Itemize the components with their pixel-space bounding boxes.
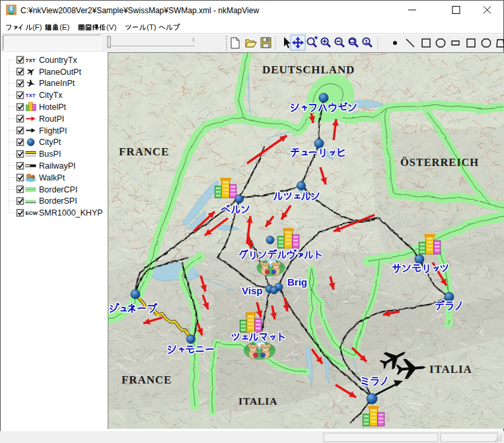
- svg-text:(V): (V): [106, 23, 117, 31]
- svg-text:PlaneOutPt: PlaneOutPt: [39, 67, 81, 77]
- svg-text:(F): (F): [32, 23, 42, 31]
- svg-text:BusPI: BusPI: [39, 149, 61, 159]
- svg-text:WalkPt: WalkPt: [39, 173, 65, 182]
- svg-text:(E): (E): [59, 23, 70, 31]
- svg-text:1: 1: [365, 38, 368, 45]
- svg-text:ITALIA: ITALIA: [429, 363, 472, 376]
- svg-text:C:¥nkView2008Ver2¥Sample¥Swiss: C:¥nkView2008Ver2¥Sample¥SwissMap¥SWMap.…: [20, 6, 259, 15]
- svg-text:CityTx: CityTx: [39, 91, 63, 100]
- svg-text:TXT: TXT: [26, 93, 36, 99]
- svg-text:DEUTSCHLAND: DEUTSCHLAND: [262, 63, 355, 76]
- svg-text:FRANCE: FRANCE: [119, 145, 169, 158]
- svg-text:Visp: Visp: [242, 285, 262, 296]
- svg-text:Brig: Brig: [287, 276, 307, 288]
- svg-text:SMR1000_KHYP: SMR1000_KHYP: [39, 208, 103, 218]
- svg-text:RoutPI: RoutPI: [39, 114, 64, 124]
- svg-text:CountryTx: CountryTx: [39, 56, 77, 65]
- svg-text:ITALIA: ITALIA: [238, 395, 277, 407]
- svg-text:RailwayPI: RailwayPI: [39, 161, 76, 171]
- svg-text:BorderCPI: BorderCPI: [39, 185, 77, 194]
- svg-text:(T): (T): [147, 23, 157, 31]
- svg-text:TXT: TXT: [26, 58, 36, 63]
- svg-text:FlightPI: FlightPI: [39, 126, 67, 136]
- svg-text:BorderSPI: BorderSPI: [39, 196, 77, 206]
- svg-text:CityPt: CityPt: [39, 138, 61, 147]
- svg-text:ECW: ECW: [26, 210, 38, 216]
- svg-text:FRANCE: FRANCE: [122, 374, 172, 386]
- svg-text:HotelPt: HotelPt: [39, 102, 67, 112]
- svg-text:ÖSTERREICH: ÖSTERREICH: [400, 156, 479, 169]
- svg-text:PlaneInPt: PlaneInPt: [39, 79, 75, 88]
